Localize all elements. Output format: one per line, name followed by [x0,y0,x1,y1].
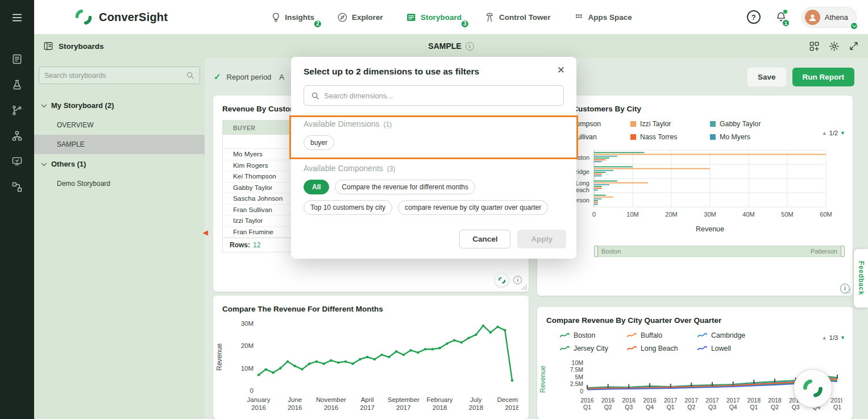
card-footer-icons: i [495,273,522,287]
svg-text:30M: 30M [241,320,254,327]
chevron-down-icon [41,160,47,166]
storyboard-search[interactable] [39,67,200,84]
legend-item-boston[interactable]: Boston [560,331,627,339]
nav-badge: 2 [313,19,322,28]
legend-item-nass-torres[interactable]: Nass Torres [630,133,710,141]
storyboards-header[interactable]: Storyboards [43,41,104,51]
chart-range-selector[interactable]: Boston Patterson [594,246,845,257]
tree-group-my-storyboard-(2)[interactable]: My Storyboard (2) [34,96,205,115]
close-icon[interactable]: ✕ [557,65,565,75]
svg-text:July: July [470,396,482,403]
chevron-down-icon [41,102,47,107]
component-chip[interactable]: compare revenue by city quarter over qua… [398,200,548,215]
expand-icon[interactable] [849,41,859,51]
legend-label: Buffalo [641,331,662,339]
legend-item-cambridge[interactable]: Cambridge [697,331,777,339]
cancel-button[interactable]: Cancel [459,230,510,248]
nav-item-apps-space[interactable]: Apps Space [573,12,632,23]
tree-group-others-(1)[interactable]: Others (1) [34,154,205,174]
tree-item-demo-storyboard[interactable]: Demo Storyboard [34,174,205,193]
search-input[interactable] [44,72,182,80]
resize-handle[interactable] [521,284,527,290]
range-handle-right[interactable] [841,246,845,257]
legend-item-jersey-city[interactable]: Jersey City [560,345,627,352]
dimension-search-input[interactable] [324,92,556,100]
form-icon[interactable] [11,53,23,65]
workflow-icon[interactable] [11,181,23,193]
svg-text:2016: 2016 [580,397,594,404]
nav-item-storyboard[interactable]: Storyboard3 [406,12,462,23]
nav-item-control-tower[interactable]: Control Tower [484,12,551,23]
collapse-panel-arrow[interactable]: ◀ [203,229,208,237]
insights-icon [270,12,281,23]
apply-button[interactable]: Apply [517,230,566,248]
svg-text:Q4: Q4 [729,404,737,410]
tree-item-label: Demo Storyboard [57,180,110,188]
legend-pager: ▲ 1/3 ▼ [822,334,845,341]
menu-icon[interactable] [11,11,23,24]
svg-text:2016: 2016 [251,404,266,411]
legend-swatch [627,346,637,351]
grid-add-icon[interactable] [809,41,820,52]
athena-smiley-icon[interactable] [495,273,508,287]
legend-item-izzi-taylor[interactable]: Izzi Taylor [630,120,710,128]
brand[interactable]: ConverSight [74,7,168,27]
info-icon[interactable]: i [513,276,522,284]
report-period-label[interactable]: Report period [227,73,272,81]
legend-item-mo-myers[interactable]: Mo Myers [710,133,807,141]
svg-text:Q1: Q1 [833,404,841,410]
info-icon[interactable]: i [840,284,850,293]
brand-name: ConverSight [99,11,168,24]
legend-label: Long Beach [641,345,678,352]
svg-text:2017: 2017 [360,404,375,411]
tree-item-overview[interactable]: OVERVIEW [34,115,205,135]
card-title: Compare The Revenue For Different Months [213,296,529,313]
svg-text:Revenue: Revenue [696,225,724,233]
flask-icon[interactable] [11,79,23,90]
nav-item-explorer[interactable]: Explorer [337,12,383,23]
component-chip[interactable]: Top 10 customers by city [304,200,392,215]
conversight-logo-icon [74,7,93,27]
save-button[interactable]: Save [747,67,787,87]
legend-item-long-beach[interactable]: Long Beach [627,345,697,352]
sitemap-icon[interactable] [11,130,23,142]
user-menu[interactable]: Athena [801,7,857,28]
component-chip[interactable]: Compare the revenue for different months [335,180,475,194]
run-report-button[interactable]: Run Report [792,68,855,86]
legend-item-buffalo[interactable]: Buffalo [627,331,697,339]
page-up-icon[interactable]: ▲ [822,335,827,341]
range-handle-left[interactable] [594,246,598,257]
svg-text:Revenue: Revenue [539,366,547,393]
page-up-icon[interactable]: ▲ [822,130,827,136]
buyer-cell: Fran Frumine [233,228,273,236]
modal-footer: Cancel Apply [301,230,566,248]
svg-text:0: 0 [580,388,583,395]
monthly-revenue-chart[interactable]: 010M20M30MRevenueJanuary2016June2016Nove… [213,317,529,419]
svg-text:January: January [247,396,271,403]
help-button[interactable]: ? [747,10,761,24]
legend-swatch [627,333,637,338]
nav-label: Explorer [352,13,383,22]
monitor-check-icon[interactable] [11,156,23,167]
dimension-search[interactable] [304,85,564,106]
legend-item-gabby-taylor[interactable]: Gabby Taylor [710,120,807,128]
nav-item-insights[interactable]: Insights2 [270,12,314,23]
page-down-icon[interactable]: ▼ [840,335,845,341]
explorer-icon [337,12,348,23]
legend-swatch [630,121,636,127]
branch-icon[interactable] [11,105,23,116]
notifications-button[interactable]: 1 [775,11,787,23]
page-down-icon[interactable]: ▼ [840,130,845,136]
info-icon[interactable]: i [466,42,474,51]
customers-by-city-chart[interactable]: 010M20M30M40M50M60MBostonCambridgeLongBe… [537,144,853,242]
monthly-revenue-card: Compare The Revenue For Different Months… [213,296,529,419]
buyer-cell: Sascha Johnson [233,194,283,202]
legend-item-lowell[interactable]: Lowell [697,345,777,352]
component-chip-all[interactable]: All [304,180,329,194]
feedback-tab[interactable]: Feedback [854,249,868,308]
storyboard-sidebar: My Storyboard (2)OVERVIEWSAMPLEOthers (1… [34,58,205,419]
tree-item-sample[interactable]: SAMPLE [34,135,205,154]
svg-text:Q2: Q2 [771,404,779,410]
gear-icon[interactable] [829,41,840,52]
dimension-chip-buyer[interactable]: buyer [304,135,334,150]
